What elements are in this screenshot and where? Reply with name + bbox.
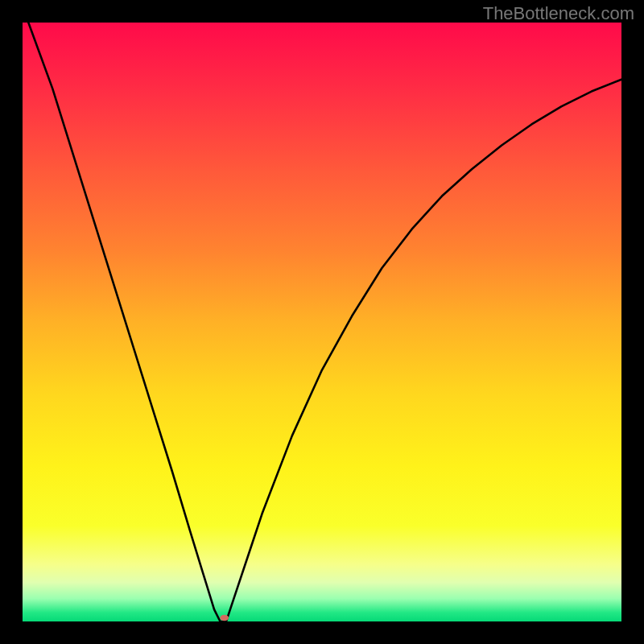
plot-background: [23, 23, 621, 621]
watermark-label: TheBottleneck.com: [483, 3, 634, 24]
chart-frame: TheBottleneck.com: [0, 0, 644, 644]
bottleneck-chart: [0, 0, 644, 644]
current-position-marker: [220, 615, 229, 621]
